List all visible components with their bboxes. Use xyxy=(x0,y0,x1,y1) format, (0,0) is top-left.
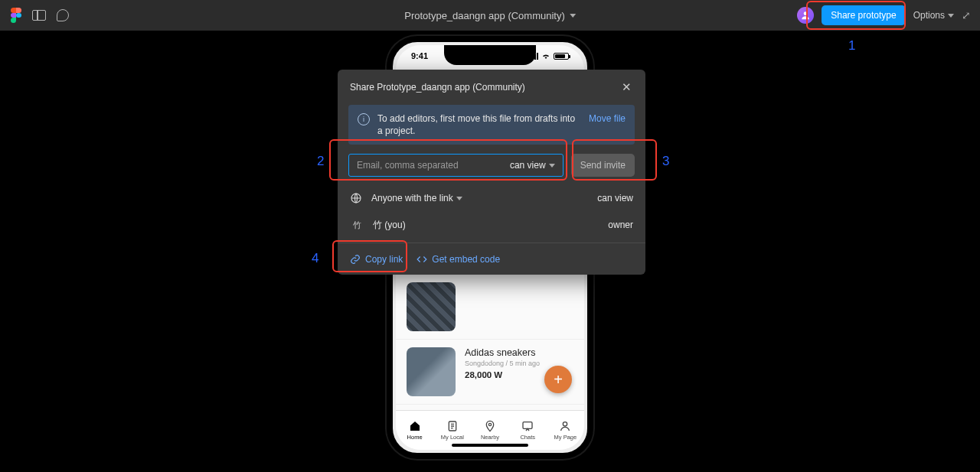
person-icon xyxy=(800,10,811,21)
listing-title: Adidas sneakers xyxy=(465,347,573,358)
status-time: 9:41 xyxy=(411,51,428,60)
fullscreen-icon[interactable]: ⤢ xyxy=(962,9,971,21)
info-text: To add editors, first move this file fro… xyxy=(377,112,581,137)
home-icon xyxy=(409,420,421,432)
comment-icon[interactable] xyxy=(57,9,69,21)
globe-icon xyxy=(350,192,362,204)
chat-icon xyxy=(521,420,534,432)
home-indicator xyxy=(452,444,528,447)
chevron-down-icon xyxy=(570,14,576,18)
embed-label: Get embed code xyxy=(432,254,500,265)
tab-mypage[interactable]: My Page xyxy=(547,411,584,450)
link-access-permission: can view xyxy=(597,193,633,203)
wifi-icon xyxy=(541,53,550,59)
topbar-left xyxy=(0,8,69,23)
person-icon xyxy=(559,420,571,432)
annotation-label-2: 2 xyxy=(317,154,324,169)
chevron-down-icon xyxy=(549,164,555,168)
figma-logo-icon[interactable] xyxy=(11,8,21,23)
user-row: 竹 竹 (you) owner xyxy=(338,210,645,243)
list-item[interactable] xyxy=(396,282,584,340)
tab-label: Nearby xyxy=(481,434,499,441)
listing-thumbnail xyxy=(407,282,456,331)
tab-label: Chats xyxy=(520,434,535,441)
modal-header: Share Prototype_daangn app (Community) ✕ xyxy=(338,70,645,105)
modal-title: Share Prototype_daangn app (Community) xyxy=(350,82,525,93)
modal-footer: Copy link Get embed code xyxy=(338,243,645,275)
annotation-label-4: 4 xyxy=(312,251,318,266)
fab-add-button[interactable]: + xyxy=(544,366,572,393)
code-icon xyxy=(416,254,427,265)
document-icon xyxy=(446,420,459,432)
figma-topbar: Prototype_daangn app (Community) Share p… xyxy=(0,0,980,31)
tab-label: My Local xyxy=(441,434,464,441)
permission-dropdown[interactable]: can view xyxy=(510,160,555,171)
link-icon xyxy=(350,254,361,265)
panel-toggle-icon[interactable] xyxy=(32,10,46,21)
close-icon[interactable]: ✕ xyxy=(619,80,633,94)
svg-point-4 xyxy=(564,422,567,426)
email-input-wrapper[interactable]: can view xyxy=(348,154,564,177)
link-access-row[interactable]: Anyone with the link can view xyxy=(338,186,645,210)
annotation-label-3: 3 xyxy=(662,154,669,169)
chevron-down-icon xyxy=(456,197,462,200)
permission-label: can view xyxy=(510,160,546,171)
options-label: Options xyxy=(913,10,945,21)
share-modal: Share Prototype_daangn app (Community) ✕… xyxy=(338,70,645,275)
topbar-right: Share prototype Options ⤢ xyxy=(797,5,971,25)
svg-point-2 xyxy=(488,423,491,425)
svg-rect-3 xyxy=(523,422,532,429)
svg-point-0 xyxy=(804,11,808,15)
tab-home[interactable]: Home xyxy=(396,411,433,450)
annotation-label-1: 1 xyxy=(848,38,855,54)
invite-row: can view Send invite xyxy=(338,154,645,186)
email-input[interactable] xyxy=(357,160,504,171)
file-title[interactable]: Prototype_daangn app (Community) xyxy=(404,10,576,21)
file-name-label: Prototype_daangn app (Community) xyxy=(404,10,565,21)
battery-icon xyxy=(554,53,569,60)
signal-icon xyxy=(530,53,538,60)
embed-code-button[interactable]: Get embed code xyxy=(416,254,500,265)
pin-icon xyxy=(484,420,496,432)
listing-thumbnail xyxy=(407,347,456,396)
move-file-link[interactable]: Move file xyxy=(589,112,626,125)
avatar[interactable] xyxy=(797,7,814,24)
copy-link-label: Copy link xyxy=(365,254,403,265)
share-prototype-button[interactable]: Share prototype xyxy=(822,5,905,25)
chevron-down-icon xyxy=(948,14,954,18)
user-avatar: 竹 xyxy=(350,218,364,232)
status-bar: 9:41 xyxy=(396,51,584,60)
user-name: 竹 (you) xyxy=(373,219,599,232)
copy-link-button[interactable]: Copy link xyxy=(350,254,403,265)
info-icon: i xyxy=(358,113,370,125)
tab-label: Home xyxy=(407,434,423,441)
info-banner: i To add editors, first move this file f… xyxy=(348,105,635,145)
options-button[interactable]: Options xyxy=(913,10,954,21)
link-access-label: Anyone with the link xyxy=(371,193,588,203)
send-invite-button[interactable]: Send invite xyxy=(571,154,635,177)
tab-label: My Page xyxy=(554,434,577,441)
user-role: owner xyxy=(608,220,633,230)
